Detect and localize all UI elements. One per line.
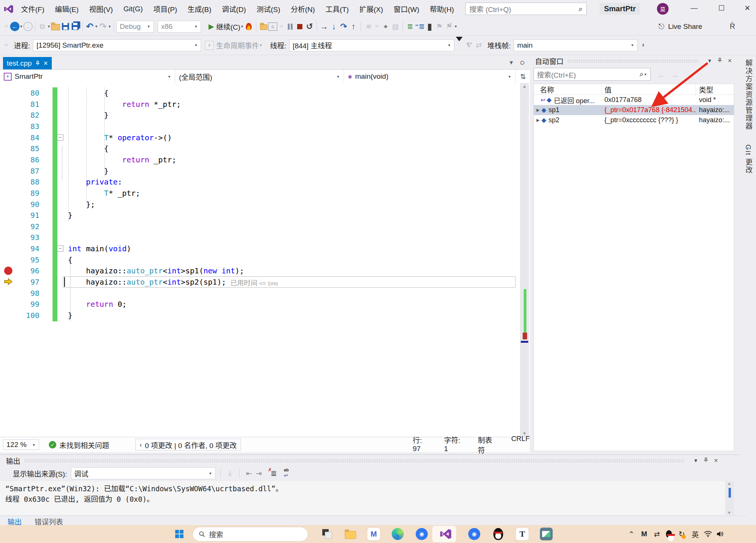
tray-volume-icon[interactable] (714, 529, 726, 539)
variable-value[interactable]: {_ptr=0xcccccccc {???} } (601, 115, 696, 125)
autos-title-bar[interactable]: 自动窗口 ▼ ✕ (533, 55, 734, 66)
solution-config-dropdown[interactable]: Debug▾ (116, 21, 154, 33)
solution-platform-dropdown[interactable]: x86▾ (158, 21, 201, 33)
output-text[interactable]: “SmartPtr.exe”(Win32): 已加载“C:\Windows\Sy… (0, 481, 725, 515)
continue-button[interactable]: 继续(C) (216, 21, 240, 32)
navigate-back-icon[interactable]: ← (10, 22, 20, 31)
bottom-tab-错误列表[interactable]: 错误列表 (35, 516, 63, 525)
debugbar-overflow[interactable]: ⇟ (641, 43, 645, 48)
split-window-icon[interactable]: ⇅ (520, 70, 526, 83)
goto-message-icon[interactable]: ⤓ (225, 468, 235, 478)
undo-dropdown[interactable]: ▾ (95, 24, 98, 29)
tab-test-cpp[interactable]: test.cpp ✕ (3, 57, 52, 69)
close-tab-icon[interactable]: ✕ (44, 60, 48, 67)
word-wrap-icon[interactable]: ab↵ (284, 468, 294, 479)
breakpoint-indicator[interactable] (4, 267, 12, 275)
maximize-button[interactable]: ☐ (713, 0, 730, 16)
autos-row-sp2[interactable]: ▶◆sp2{_ptr=0xcccccccc {???} }hayaizo:... (534, 115, 734, 125)
open-file-icon[interactable] (51, 22, 60, 32)
pin-icon[interactable] (703, 458, 708, 464)
taskbar-app-edge-browser-icon[interactable] (390, 526, 405, 542)
tray-ime-icon[interactable]: 英 (690, 529, 701, 539)
taskbar-app-snipping-tool-icon[interactable] (539, 526, 554, 542)
current-statement-arrow-icon[interactable] (4, 278, 13, 287)
column-name[interactable]: 名称 (534, 84, 601, 94)
window-position-dropdown-icon[interactable]: ▼ (693, 458, 698, 464)
next-message-icon[interactable]: ⇥ (254, 468, 264, 478)
home-window-icon[interactable]: ⌂ (268, 22, 277, 31)
tray-qq-tray-icon[interactable] (663, 529, 675, 539)
thread-dropdown[interactable]: [844] 主线程▾ (289, 39, 454, 51)
fold-collapse-icon[interactable]: − (57, 134, 63, 141)
scroll-up-icon[interactable]: ▲ (520, 84, 529, 89)
previous-message-icon[interactable]: ⇤ (244, 468, 254, 478)
scroll-up-icon[interactable]: ▲ (727, 481, 731, 486)
tray-chevron-up-icon[interactable]: ⌃ (626, 529, 637, 539)
new-file-icon[interactable]: ⧉ (38, 22, 47, 32)
step-into-icon[interactable]: ↓ (329, 22, 339, 32)
taskbar-app-qq-icon[interactable] (491, 526, 506, 542)
tray-sync-icon[interactable]: ↻ (676, 529, 687, 539)
find-in-files-icon[interactable]: ⌕ (259, 22, 268, 32)
status-eol[interactable]: CRLF (511, 435, 530, 455)
document-outline-icon[interactable]: ▤ (391, 22, 400, 32)
live-share-button[interactable]: ⎋ Live Share (658, 22, 702, 31)
close-button[interactable]: ✕ (739, 0, 756, 16)
taskbar-app-task-view-icon[interactable] (320, 526, 335, 542)
filter-clear-icon[interactable]: ⧨̽ (464, 40, 474, 50)
quick-search-input[interactable]: 搜索 (Ctrl+Q) ⌕ (465, 3, 587, 15)
flagged-threads-icon[interactable]: ⇄ (474, 40, 484, 50)
continue-dropdown[interactable]: ▾ (241, 24, 243, 29)
start-button[interactable] (172, 526, 187, 542)
toolbar-drag-handle-2[interactable]: ⠿ (279, 25, 284, 28)
menu-11[interactable]: 窗口(W) (388, 2, 425, 16)
clear-all-icon[interactable]: ≣ (269, 468, 279, 478)
side-tab-1[interactable]: Git 更改 (736, 141, 755, 177)
block-selection-icon[interactable]: ▮ (425, 22, 434, 32)
unsorted-lines-icon[interactable]: ⁼≣ (415, 22, 425, 32)
menu-12[interactable]: 帮助(H) (425, 2, 459, 16)
taskbar-app-blue-messenger-2-icon[interactable]: ◉ (467, 526, 482, 542)
close-panel-icon[interactable]: ✕ (727, 58, 732, 64)
menu-6[interactable]: 调试(D) (216, 2, 251, 16)
menu-3[interactable]: Git(G) (118, 2, 148, 16)
tray-m-tray-app-icon[interactable]: M (639, 529, 650, 539)
nav-member-dropdown[interactable]: ◈ main(void)▾ (344, 70, 516, 83)
pin-icon[interactable] (35, 61, 40, 66)
menu-4[interactable]: 项目(P) (148, 2, 182, 16)
continue-icon[interactable]: ▶ (206, 22, 216, 32)
tray-toggles-icon[interactable]: ⇄ (651, 529, 663, 539)
menu-8[interactable]: 分析(N) (286, 2, 320, 16)
column-value[interactable]: 值 (601, 84, 696, 94)
bookmark-icon[interactable]: ⚑ (434, 22, 444, 32)
toolbar-overflow-dropdown[interactable]: ▾ (455, 24, 457, 29)
perf-tip[interactable]: 已用时间 <= 1ms (230, 278, 278, 287)
variable-value[interactable]: 0x0177a768 (601, 95, 696, 105)
user-avatar[interactable]: 莫 (657, 3, 669, 15)
menu-10[interactable]: 扩展(X) (354, 2, 388, 16)
taskbar-app-visual-studio-icon[interactable] (438, 526, 453, 542)
nav-scope-dropdown[interactable]: (全局范围)▾ (175, 70, 344, 83)
undo-icon[interactable]: ↶ (85, 22, 95, 32)
save-all-icon[interactable] (70, 22, 80, 32)
navigate-back-dropdown[interactable]: ▾ (20, 24, 23, 29)
stack-frame-dropdown[interactable]: main▾ (514, 39, 637, 51)
output-title-bar[interactable]: 输出 ▼ ✕ (0, 455, 739, 466)
editor-scrollbar[interactable]: ▲ ▼ (520, 83, 529, 437)
select-element-icon[interactable]: ⌖ (381, 22, 391, 32)
menu-7[interactable]: 测试(S) (251, 2, 286, 16)
nav-project-dropdown[interactable]: + SmartPtr▾ (0, 70, 175, 83)
scroll-down-icon[interactable]: ▼ (727, 510, 731, 515)
menu-1[interactable]: 编辑(E) (50, 2, 84, 16)
taskbar-app-blue-messenger-icon[interactable]: ◉ (414, 526, 429, 542)
editor-options-gear-icon[interactable]: ⛭ (520, 59, 525, 66)
status-line[interactable]: 行: 97 (413, 435, 428, 455)
feedback-person-icon[interactable]: R͐ (730, 22, 735, 31)
expand-icon[interactable]: ▶ (535, 108, 541, 112)
active-files-dropdown-icon[interactable]: ▼ (508, 59, 514, 66)
output-scrollbar[interactable]: ▲ ▼ (726, 481, 734, 515)
step-over-icon[interactable]: ↷ (339, 22, 349, 32)
code-editor[interactable]: 80 {81 return *_ptr;82 }8384 T* operator… (0, 83, 530, 437)
window-position-dropdown-icon[interactable]: ▼ (707, 58, 712, 64)
sort-lines-icon[interactable]: ≣ (405, 22, 415, 32)
